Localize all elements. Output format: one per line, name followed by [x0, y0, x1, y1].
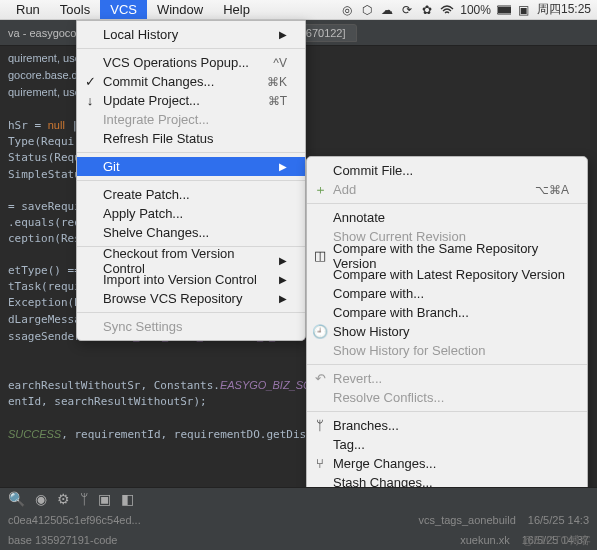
separator [77, 312, 305, 313]
chevron-right-icon: ▶ [279, 29, 287, 40]
revert-icon: ↶ [313, 372, 327, 386]
status-bar: 🔍 ◉ ⚙ ᛘ ▣ ◧ c0ea412505c1ef96c54ed... vcs… [0, 487, 597, 550]
wifi-icon [440, 3, 454, 17]
tool-icon[interactable]: ⚙ [57, 491, 70, 507]
menu-run[interactable]: Run [6, 0, 50, 19]
branch-icon[interactable]: ᛘ [80, 491, 88, 507]
vcs-log-row[interactable]: base 135927191-code xuekun.xk 16/5/25 14… [0, 530, 597, 550]
history-icon: 🕘 [313, 325, 327, 339]
tool-icon[interactable]: ◧ [121, 491, 134, 507]
breadcrumb: va - easygocore [8, 27, 86, 39]
separator [77, 180, 305, 181]
menu-create-patch[interactable]: Create Patch... [77, 185, 305, 204]
plus-icon: ＋ [313, 183, 327, 197]
menu-integrate-project: Integrate Project... [77, 110, 305, 129]
git-compare-branch[interactable]: Compare with Branch... [307, 303, 587, 322]
vcs-log-row[interactable]: c0ea412505c1ef96c54ed... vcs_tags_aonebu… [0, 510, 597, 530]
menu-git[interactable]: Git▶ [77, 157, 305, 176]
app-icon: ⬡ [360, 3, 374, 17]
chevron-right-icon: ▶ [279, 274, 287, 285]
git-compare-latest[interactable]: Compare with Latest Repository Version [307, 265, 587, 284]
chevron-right-icon: ▶ [279, 161, 287, 172]
git-compare-same[interactable]: ◫Compare with the Same Repository Versio… [307, 246, 587, 265]
menu-shelve-changes[interactable]: Shelve Changes... [77, 223, 305, 242]
watermark: @51CTO博客 [523, 533, 591, 548]
diff-icon: ◫ [313, 249, 327, 263]
menu-browse-vcs[interactable]: Browse VCS Repository▶ [77, 289, 305, 308]
menu-help[interactable]: Help [213, 0, 260, 19]
menu-vcs-operations[interactable]: VCS Operations Popup...^V [77, 53, 305, 72]
cloud-icon: ☁︎ [380, 3, 394, 17]
separator [307, 364, 587, 365]
menu-vcs[interactable]: VCS [100, 0, 147, 19]
git-show-history[interactable]: 🕘Show History [307, 322, 587, 341]
separator [77, 48, 305, 49]
menu-import-vc[interactable]: Import into Version Control▶ [77, 270, 305, 289]
terminal-icon[interactable]: ▣ [98, 491, 111, 507]
update-icon: ↓ [83, 94, 97, 108]
git-add: ＋Add⌥⌘A [307, 180, 587, 199]
clock: 周四15:25 [537, 1, 591, 18]
chevron-right-icon: ▶ [279, 293, 287, 304]
git-tag[interactable]: Tag... [307, 435, 587, 454]
separator [77, 152, 305, 153]
menu-local-history[interactable]: Local History▶ [77, 25, 305, 44]
input-icon: ▣ [517, 3, 531, 17]
branch-icon: ᛘ [313, 419, 327, 433]
git-commit-file[interactable]: Commit File... [307, 161, 587, 180]
app-icon: ◎ [340, 3, 354, 17]
menu-commit-changes[interactable]: ✓Commit Changes...⌘K [77, 72, 305, 91]
git-annotate[interactable]: Annotate [307, 208, 587, 227]
merge-icon: ⑂ [313, 457, 327, 471]
toolwindow-icons: 🔍 ◉ ⚙ ᛘ ▣ ◧ [0, 488, 597, 510]
separator [307, 411, 587, 412]
battery-percent: 100% [460, 3, 491, 17]
menu-checkout-vc[interactable]: Checkout from Version Control▶ [77, 251, 305, 270]
menu-refresh-status[interactable]: Refresh File Status [77, 129, 305, 148]
menu-update-project[interactable]: ↓Update Project...⌘T [77, 91, 305, 110]
chevron-right-icon: ▶ [279, 255, 287, 266]
git-show-history-selection: Show History for Selection [307, 341, 587, 360]
battery-icon [497, 3, 511, 17]
menu-window[interactable]: Window [147, 0, 213, 19]
git-branches[interactable]: ᛘBranches... [307, 416, 587, 435]
vcs-dropdown: Local History▶ VCS Operations Popup...^V… [76, 20, 306, 341]
sync-icon: ⟳ [400, 3, 414, 17]
menu-tools[interactable]: Tools [50, 0, 100, 19]
menu-apply-patch[interactable]: Apply Patch... [77, 204, 305, 223]
separator [307, 203, 587, 204]
git-compare-with[interactable]: Compare with... [307, 284, 587, 303]
git-revert: ↶Revert... [307, 369, 587, 388]
app-icon: ✿ [420, 3, 434, 17]
svg-rect-1 [498, 7, 511, 13]
mic-icon[interactable]: ◉ [35, 491, 47, 507]
git-resolve-conflicts: Resolve Conflicts... [307, 388, 587, 407]
menu-sync-settings: Sync Settings [77, 317, 305, 336]
git-merge[interactable]: ⑂Merge Changes... [307, 454, 587, 473]
system-tray: ◎ ⬡ ☁︎ ⟳ ✿ 100% ▣ 周四15:25 [340, 1, 591, 18]
macos-menubar: Run Tools VCS Window Help ◎ ⬡ ☁︎ ⟳ ✿ 100… [0, 0, 597, 20]
commit-icon: ✓ [83, 75, 97, 89]
search-icon[interactable]: 🔍 [8, 491, 25, 507]
